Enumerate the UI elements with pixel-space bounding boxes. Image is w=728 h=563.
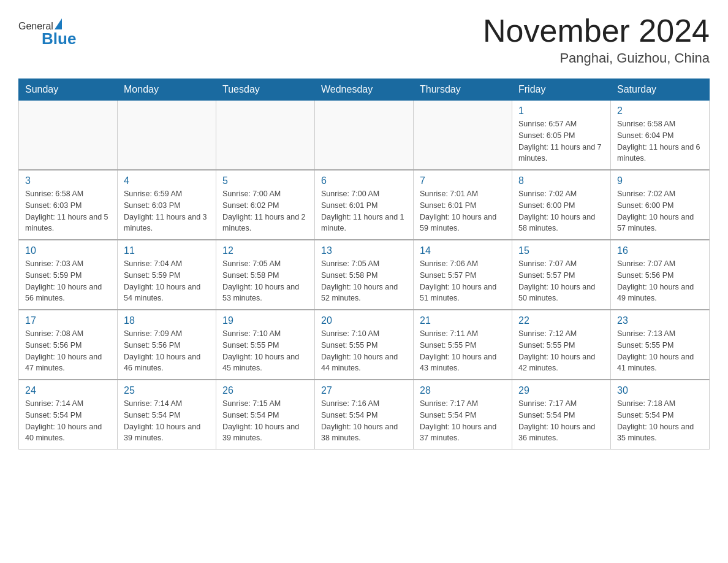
day-number: 5: [222, 175, 308, 186]
calendar-cell: 6Sunrise: 7:00 AMSunset: 6:01 PMDaylight…: [315, 170, 414, 240]
day-info: Sunrise: 7:10 AMSunset: 5:55 PMDaylight:…: [222, 328, 308, 374]
day-number: 28: [420, 385, 506, 396]
day-number: 4: [124, 175, 210, 186]
day-number: 30: [617, 385, 703, 396]
calendar-cell: 18Sunrise: 7:09 AMSunset: 5:56 PMDayligh…: [118, 310, 216, 380]
day-info: Sunrise: 7:00 AMSunset: 6:02 PMDaylight:…: [222, 188, 308, 234]
day-info: Sunrise: 7:17 AMSunset: 5:54 PMDaylight:…: [420, 398, 506, 444]
day-number: 7: [420, 175, 506, 186]
day-info: Sunrise: 7:16 AMSunset: 5:54 PMDaylight:…: [321, 398, 407, 444]
day-number: 13: [321, 245, 407, 256]
day-info: Sunrise: 7:03 AMSunset: 5:59 PMDaylight:…: [25, 258, 111, 304]
day-info: Sunrise: 7:18 AMSunset: 5:54 PMDaylight:…: [617, 398, 703, 444]
calendar-cell: [414, 101, 512, 170]
day-number: 1: [518, 105, 604, 117]
calendar-cell: [315, 101, 414, 170]
weekday-header-sunday: Sunday: [19, 79, 118, 101]
day-info: Sunrise: 7:05 AMSunset: 5:58 PMDaylight:…: [222, 258, 308, 304]
weekday-header-wednesday: Wednesday: [315, 79, 414, 101]
day-info: Sunrise: 7:17 AMSunset: 5:54 PMDaylight:…: [518, 398, 604, 444]
weekday-header-tuesday: Tuesday: [216, 79, 315, 101]
calendar-cell: 26Sunrise: 7:15 AMSunset: 5:54 PMDayligh…: [216, 380, 315, 450]
weekday-header-friday: Friday: [512, 79, 611, 101]
day-number: 16: [617, 245, 703, 256]
day-number: 25: [124, 385, 210, 396]
day-info: Sunrise: 6:58 AMSunset: 6:03 PMDaylight:…: [25, 188, 111, 234]
calendar-cell: 27Sunrise: 7:16 AMSunset: 5:54 PMDayligh…: [315, 380, 414, 450]
day-info: Sunrise: 7:04 AMSunset: 5:59 PMDaylight:…: [124, 258, 210, 304]
day-info: Sunrise: 6:59 AMSunset: 6:03 PMDaylight:…: [124, 188, 210, 234]
day-info: Sunrise: 7:02 AMSunset: 6:00 PMDaylight:…: [617, 188, 703, 234]
day-info: Sunrise: 6:57 AMSunset: 6:05 PMDaylight:…: [518, 118, 604, 164]
calendar-cell: 12Sunrise: 7:05 AMSunset: 5:58 PMDayligh…: [216, 240, 315, 310]
day-info: Sunrise: 7:09 AMSunset: 5:56 PMDaylight:…: [124, 328, 210, 374]
weekday-header-row: SundayMondayTuesdayWednesdayThursdayFrid…: [19, 79, 710, 101]
day-info: Sunrise: 7:15 AMSunset: 5:54 PMDaylight:…: [222, 398, 308, 444]
day-info: Sunrise: 7:11 AMSunset: 5:55 PMDaylight:…: [420, 328, 506, 374]
day-info: Sunrise: 7:14 AMSunset: 5:54 PMDaylight:…: [124, 398, 210, 444]
calendar-cell: 25Sunrise: 7:14 AMSunset: 5:54 PMDayligh…: [118, 380, 216, 450]
calendar-cell: 11Sunrise: 7:04 AMSunset: 5:59 PMDayligh…: [118, 240, 216, 310]
calendar-cell: 8Sunrise: 7:02 AMSunset: 6:00 PMDaylight…: [512, 170, 611, 240]
calendar-cell: 14Sunrise: 7:06 AMSunset: 5:57 PMDayligh…: [414, 240, 512, 310]
day-number: 14: [420, 245, 506, 256]
calendar-cell: 23Sunrise: 7:13 AMSunset: 5:55 PMDayligh…: [611, 310, 710, 380]
title-block: November 2024 Panghai, Guizhou, China: [483, 12, 710, 66]
day-number: 8: [518, 175, 604, 186]
calendar-subtitle: Panghai, Guizhou, China: [483, 50, 710, 66]
calendar-cell: 24Sunrise: 7:14 AMSunset: 5:54 PMDayligh…: [19, 380, 118, 450]
weekday-header-monday: Monday: [118, 79, 216, 101]
day-info: Sunrise: 7:10 AMSunset: 5:55 PMDaylight:…: [321, 328, 407, 374]
day-number: 3: [25, 175, 111, 186]
day-number: 19: [222, 315, 308, 326]
calendar-cell: 9Sunrise: 7:02 AMSunset: 6:00 PMDaylight…: [611, 170, 710, 240]
day-number: 10: [25, 245, 111, 256]
week-row-1: 1Sunrise: 6:57 AMSunset: 6:05 PMDaylight…: [19, 101, 710, 170]
calendar-cell: 30Sunrise: 7:18 AMSunset: 5:54 PMDayligh…: [611, 380, 710, 450]
day-info: Sunrise: 7:02 AMSunset: 6:00 PMDaylight:…: [518, 188, 604, 234]
day-info: Sunrise: 7:14 AMSunset: 5:54 PMDaylight:…: [25, 398, 111, 444]
week-row-4: 17Sunrise: 7:08 AMSunset: 5:56 PMDayligh…: [19, 310, 710, 380]
day-info: Sunrise: 7:08 AMSunset: 5:56 PMDaylight:…: [25, 328, 111, 374]
day-number: 15: [518, 245, 604, 256]
calendar-cell: [118, 101, 216, 170]
day-info: Sunrise: 7:07 AMSunset: 5:56 PMDaylight:…: [617, 258, 703, 304]
calendar-cell: 5Sunrise: 7:00 AMSunset: 6:02 PMDaylight…: [216, 170, 315, 240]
calendar-cell: [19, 101, 118, 170]
calendar-cell: 20Sunrise: 7:10 AMSunset: 5:55 PMDayligh…: [315, 310, 414, 380]
day-number: 24: [25, 385, 111, 396]
logo-blue-text: Blue: [42, 29, 76, 48]
calendar-cell: 16Sunrise: 7:07 AMSunset: 5:56 PMDayligh…: [611, 240, 710, 310]
calendar-cell: 13Sunrise: 7:05 AMSunset: 5:58 PMDayligh…: [315, 240, 414, 310]
day-info: Sunrise: 7:06 AMSunset: 5:57 PMDaylight:…: [420, 258, 506, 304]
calendar-cell: 21Sunrise: 7:11 AMSunset: 5:55 PMDayligh…: [414, 310, 512, 380]
logo: General Blue: [18, 18, 76, 48]
calendar-cell: 28Sunrise: 7:17 AMSunset: 5:54 PMDayligh…: [414, 380, 512, 450]
weekday-header-saturday: Saturday: [611, 79, 710, 101]
calendar-cell: 10Sunrise: 7:03 AMSunset: 5:59 PMDayligh…: [19, 240, 118, 310]
day-info: Sunrise: 7:00 AMSunset: 6:01 PMDaylight:…: [321, 188, 407, 234]
calendar-title: November 2024: [483, 12, 710, 49]
day-info: Sunrise: 7:13 AMSunset: 5:55 PMDaylight:…: [617, 328, 703, 374]
day-info: Sunrise: 7:07 AMSunset: 5:57 PMDaylight:…: [518, 258, 604, 304]
day-number: 21: [420, 315, 506, 326]
logo-triangle-icon: [55, 18, 62, 29]
day-number: 23: [617, 315, 703, 326]
calendar-cell: [216, 101, 315, 170]
calendar-table: SundayMondayTuesdayWednesdayThursdayFrid…: [18, 79, 710, 450]
day-number: 22: [518, 315, 604, 326]
page-header: General Blue November 2024 Panghai, Guiz…: [18, 12, 710, 66]
calendar-cell: 17Sunrise: 7:08 AMSunset: 5:56 PMDayligh…: [19, 310, 118, 380]
day-number: 27: [321, 385, 407, 396]
calendar-cell: 4Sunrise: 6:59 AMSunset: 6:03 PMDaylight…: [118, 170, 216, 240]
day-number: 9: [617, 175, 703, 186]
calendar-cell: 19Sunrise: 7:10 AMSunset: 5:55 PMDayligh…: [216, 310, 315, 380]
calendar-cell: 1Sunrise: 6:57 AMSunset: 6:05 PMDaylight…: [512, 101, 611, 170]
day-number: 26: [222, 385, 308, 396]
week-row-5: 24Sunrise: 7:14 AMSunset: 5:54 PMDayligh…: [19, 380, 710, 450]
day-number: 11: [124, 245, 210, 256]
day-number: 2: [617, 105, 703, 117]
week-row-3: 10Sunrise: 7:03 AMSunset: 5:59 PMDayligh…: [19, 240, 710, 310]
day-number: 6: [321, 175, 407, 186]
calendar-cell: 7Sunrise: 7:01 AMSunset: 6:01 PMDaylight…: [414, 170, 512, 240]
